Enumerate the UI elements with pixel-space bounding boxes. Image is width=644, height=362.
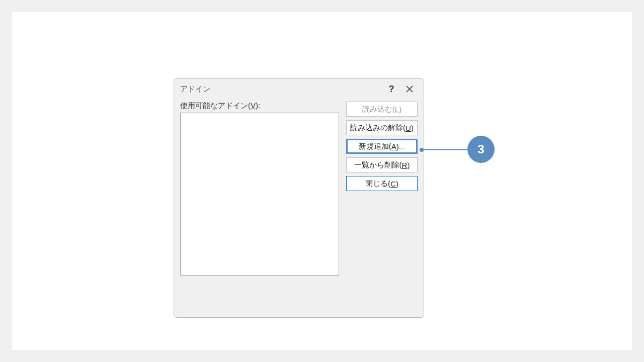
label-prefix: 使用可能なアドイン( bbox=[180, 101, 251, 110]
add-prefix: 新規追加( bbox=[359, 142, 391, 151]
callout-step-badge: 3 bbox=[467, 136, 495, 163]
close-icon[interactable] bbox=[400, 81, 419, 97]
add-new-button[interactable]: 新規追加(A)... bbox=[346, 139, 418, 154]
remove-prefix: 一覧から削除( bbox=[354, 160, 402, 170]
close-suffix: ) bbox=[396, 179, 398, 188]
label-hotkey: V bbox=[251, 101, 256, 110]
right-column: 読み込む(L) 読み込みの解除(U) 新規追加(A)... 一覧から削除(R) … bbox=[346, 101, 418, 276]
load-suffix: ) bbox=[399, 105, 401, 114]
load-prefix: 読み込む( bbox=[362, 105, 395, 114]
callout-connector-line bbox=[421, 149, 468, 150]
close-button[interactable]: 閉じる(C) bbox=[346, 176, 418, 191]
remove-button[interactable]: 一覧から削除(R) bbox=[346, 157, 418, 172]
addin-dialog: アドイン ? 使用可能なアドイン(V): 読み込む(L) 読み込みの解除(U) bbox=[174, 78, 424, 318]
help-button[interactable]: ? bbox=[382, 81, 400, 97]
addins-listbox[interactable] bbox=[180, 113, 339, 276]
close-prefix: 閉じる( bbox=[365, 179, 390, 189]
dialog-content: 使用可能なアドイン(V): 読み込む(L) 読み込みの解除(U) 新規追加(A)… bbox=[174, 99, 424, 282]
label-suffix: ): bbox=[256, 101, 260, 110]
left-column: 使用可能なアドイン(V): bbox=[180, 101, 339, 276]
unload-button[interactable]: 読み込みの解除(U) bbox=[346, 120, 418, 135]
dialog-title: アドイン bbox=[180, 84, 382, 94]
add-hotkey: A bbox=[391, 142, 396, 151]
remove-hotkey: R bbox=[402, 161, 408, 169]
load-button[interactable]: 読み込む(L) bbox=[346, 102, 418, 117]
unload-suffix: ) bbox=[411, 124, 414, 132]
dialog-titlebar: アドイン ? bbox=[174, 79, 424, 99]
unload-hotkey: U bbox=[406, 124, 411, 132]
load-hotkey: L bbox=[395, 105, 399, 114]
available-addins-label: 使用可能なアドイン(V): bbox=[180, 101, 339, 111]
page-background: アドイン ? 使用可能なアドイン(V): 読み込む(L) 読み込みの解除(U) bbox=[12, 12, 632, 350]
remove-suffix: ) bbox=[407, 161, 410, 169]
add-suffix: )... bbox=[396, 142, 406, 151]
unload-prefix: 読み込みの解除( bbox=[350, 123, 406, 133]
close-hotkey: C bbox=[390, 179, 396, 188]
